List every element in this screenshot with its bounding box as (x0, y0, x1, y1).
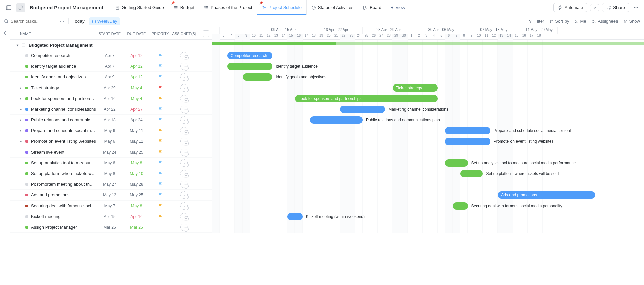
priority-cell[interactable] (150, 204, 171, 208)
task-row[interactable]: Identify target audience Apr 7 Apr 12 (10, 61, 212, 72)
status-indicator[interactable] (25, 226, 28, 229)
due-date-cell[interactable]: Apr 16 (123, 214, 150, 219)
status-indicator[interactable] (25, 151, 28, 154)
task-row[interactable]: Ads and promotions May 13 May 25 (10, 190, 212, 201)
tab-getting-started-guide[interactable]: Getting Started Guide (110, 0, 169, 15)
start-date-cell[interactable]: Apr 29 (96, 86, 123, 90)
assignee-placeholder-icon[interactable] (180, 159, 188, 167)
tab-project-schedule[interactable]: Project Schedule📌 (257, 0, 306, 15)
more-menu[interactable] (632, 4, 640, 12)
timeline-panel[interactable]: 09 Apr - 15 Apr16 Apr - 22 Apr23 Apr - 2… (212, 27, 644, 285)
search-input[interactable] (11, 19, 58, 24)
tab-board[interactable]: Board (358, 0, 386, 15)
assignee-cell[interactable] (171, 52, 198, 59)
gantt-bar[interactable]: Public relations and communications plan (310, 116, 363, 124)
sidebar-toggle[interactable] (4, 3, 13, 12)
priority-cell[interactable] (150, 139, 171, 144)
assignee-placeholder-icon[interactable] (180, 116, 188, 124)
automate-dropdown[interactable] (590, 4, 599, 11)
due-date-cell[interactable]: Mar 26 (123, 225, 150, 230)
assignee-cell[interactable] (171, 116, 198, 124)
start-date-cell[interactable]: May 24 (96, 150, 123, 155)
gantt-bar[interactable]: Marketing channel considerations (340, 106, 385, 113)
task-row[interactable]: ▸ Prepare and schedule social media cont… (10, 125, 212, 136)
assignee-placeholder-icon[interactable] (180, 181, 188, 188)
gantt-bar[interactable]: Set up platform where tickets will be so… (460, 170, 483, 177)
search-box[interactable] (4, 19, 58, 24)
assignee-placeholder-icon[interactable] (180, 191, 188, 199)
task-row[interactable]: ▸ Look for sponsors and partnerships Apr… (10, 93, 212, 104)
assignee-cell[interactable] (171, 84, 198, 92)
start-date-cell[interactable]: May 7 (96, 204, 123, 208)
due-date-cell[interactable]: May 28 (123, 182, 150, 187)
status-indicator[interactable] (25, 76, 28, 78)
assignee-cell[interactable] (171, 138, 198, 145)
start-date-cell[interactable]: May 8 (96, 171, 123, 176)
due-date-cell[interactable]: Apr 24 (123, 118, 150, 122)
assignee-cell[interactable] (171, 63, 198, 70)
column-due-date[interactable]: Due Date (123, 32, 150, 36)
status-indicator[interactable] (25, 183, 28, 186)
assignee-placeholder-icon[interactable] (180, 63, 188, 70)
column-assignee[interactable]: Assignee(s) (171, 32, 198, 36)
status-indicator[interactable] (25, 205, 28, 207)
zoom-selector[interactable]: Week/Day (89, 17, 121, 25)
priority-cell[interactable] (150, 171, 171, 176)
gantt-bar[interactable]: Ticket strategy (393, 84, 438, 92)
start-date-cell[interactable]: May 13 (96, 193, 123, 197)
timeline-body[interactable]: Competitor researchIdentify target audie… (212, 40, 644, 233)
task-row[interactable]: Set up platform where tickets will be so… (10, 168, 212, 179)
task-row[interactable]: ▸ Marketing channel considerations Apr 2… (10, 104, 212, 115)
status-indicator[interactable] (25, 194, 28, 196)
tab-budget[interactable]: Budget📌 (169, 0, 199, 15)
filter-button[interactable]: Filter (529, 19, 544, 24)
start-date-cell[interactable]: Apr 7 (96, 53, 123, 58)
expand-caret-icon[interactable]: ▸ (20, 129, 22, 132)
task-row[interactable]: Set up analytics tool to measure social … (10, 158, 212, 168)
status-indicator[interactable] (25, 129, 28, 132)
share-button[interactable]: Share (602, 3, 629, 12)
assignee-placeholder-icon[interactable] (180, 95, 188, 102)
status-indicator[interactable] (25, 215, 28, 218)
priority-cell[interactable] (150, 64, 171, 69)
task-row[interactable]: ▸ Public relations and communications pl… (10, 115, 212, 125)
status-indicator[interactable] (25, 172, 28, 175)
expand-caret-icon[interactable]: ▸ (20, 107, 22, 111)
assignee-placeholder-icon[interactable] (180, 52, 188, 59)
project-title[interactable]: Budgeted Project Management (28, 5, 105, 10)
priority-cell[interactable] (150, 182, 171, 187)
priority-cell[interactable] (150, 128, 171, 133)
assignee-placeholder-icon[interactable] (180, 149, 188, 156)
due-date-cell[interactable]: Apr 12 (123, 64, 150, 69)
column-priority[interactable]: Priority (150, 32, 171, 36)
gantt-bar[interactable]: Identify goals and objectives (243, 73, 273, 81)
add-column-button[interactable]: + (203, 30, 209, 37)
status-indicator[interactable] (25, 97, 28, 100)
gantt-bar[interactable]: Identify target audience (227, 63, 272, 70)
assignees-button[interactable]: Assignees (591, 19, 618, 24)
priority-cell[interactable] (150, 118, 171, 122)
start-date-cell[interactable]: Apr 9 (96, 75, 123, 79)
status-indicator[interactable] (25, 108, 28, 111)
start-date-cell[interactable]: Apr 16 (96, 96, 123, 101)
start-date-cell[interactable]: May 6 (96, 128, 123, 133)
due-date-cell[interactable]: May 25 (123, 193, 150, 197)
task-row[interactable]: ▸ Promote on event listing websites May … (10, 136, 212, 147)
me-button[interactable]: Me (574, 19, 586, 24)
status-indicator[interactable] (25, 140, 28, 143)
space-icon-button[interactable] (16, 3, 25, 12)
assignee-cell[interactable] (171, 106, 198, 113)
start-date-cell[interactable]: Apr 15 (96, 214, 123, 219)
add-view-button[interactable]: + View (386, 5, 410, 10)
assignee-placeholder-icon[interactable] (180, 170, 188, 177)
assignee-cell[interactable] (171, 224, 198, 231)
assignee-cell[interactable] (171, 149, 198, 156)
start-date-cell[interactable]: May 27 (96, 182, 123, 187)
due-date-cell[interactable]: May 11 (123, 128, 150, 133)
due-date-cell[interactable]: May 8 (123, 161, 150, 165)
priority-cell[interactable] (150, 193, 171, 197)
status-indicator[interactable] (25, 87, 28, 89)
start-date-cell[interactable]: Apr 18 (96, 118, 123, 122)
assignee-cell[interactable] (171, 159, 198, 167)
gantt-bar[interactable]: Prepare and schedule social media conten… (445, 127, 490, 134)
